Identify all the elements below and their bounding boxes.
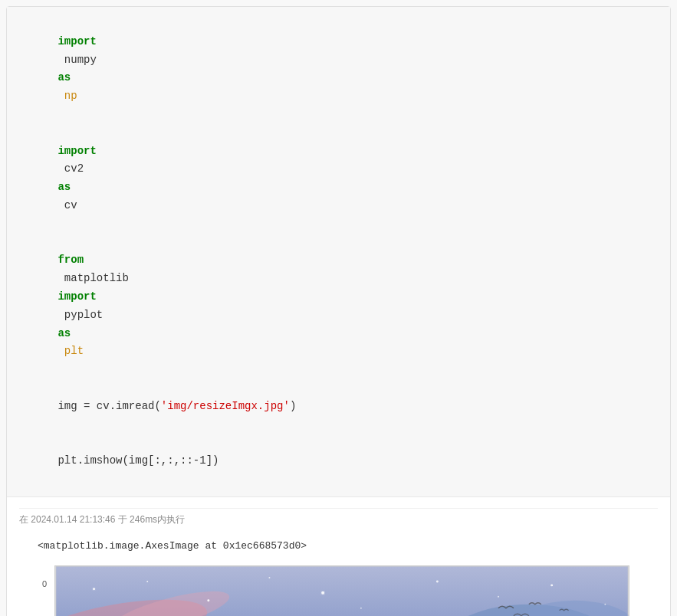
plot-container: 0 100 200 300 400 500 600 xyxy=(19,562,658,616)
svg-point-24 xyxy=(268,577,270,578)
y-axis-labels: 0 100 200 300 400 500 600 xyxy=(25,579,50,616)
svg-point-22 xyxy=(146,581,148,582)
svg-point-27 xyxy=(498,596,499,598)
keyword-as-3: as xyxy=(58,327,71,339)
svg-point-23 xyxy=(207,599,209,601)
code-line-2: import cv2 as cv xyxy=(19,124,658,234)
code-line-1: import numpy as np xyxy=(19,15,658,124)
alias-np: np xyxy=(58,90,77,102)
keyword-import-3: import xyxy=(58,290,96,303)
svg-point-25 xyxy=(321,591,324,595)
keyword-from: from xyxy=(58,254,84,266)
code-line-4: img = cv.imread('img/resizeImgx.jpg') xyxy=(19,379,658,434)
keyword-as-2: as xyxy=(58,181,71,193)
keyword-import: import xyxy=(58,35,96,48)
svg-point-26 xyxy=(436,580,439,582)
svg-point-33 xyxy=(360,607,362,608)
plot-image-area xyxy=(54,565,629,616)
notebook-cell: import numpy as np import cv2 as cv from… xyxy=(6,6,671,616)
output-area: 在 2024.01.14 21:13:46 于 246ms内执行 <matplo… xyxy=(7,497,670,616)
code-area: import numpy as np import cv2 as cv from… xyxy=(7,7,670,497)
y-label-0: 0 xyxy=(25,579,47,588)
keyword-as-1: as xyxy=(58,71,71,84)
svg-point-29 xyxy=(604,603,606,605)
code-line-5: plt.imshow(img[:,:,::-1]) xyxy=(19,434,658,488)
exec-info: 在 2024.01.14 21:13:46 于 246ms内执行 xyxy=(19,508,658,534)
plot-wrapper: 0 100 200 300 400 500 600 xyxy=(25,565,629,616)
svg-point-28 xyxy=(550,584,553,586)
svg-point-21 xyxy=(93,588,95,590)
code-line-3: from matplotlib import pyplot as plt xyxy=(19,234,658,379)
plot-svg xyxy=(54,565,629,616)
axes-image-output: <matplotlib.image.AxesImage at 0x1ec6685… xyxy=(19,534,658,562)
alias-plt: plt xyxy=(58,345,84,357)
keyword-import-2: import xyxy=(58,145,96,157)
